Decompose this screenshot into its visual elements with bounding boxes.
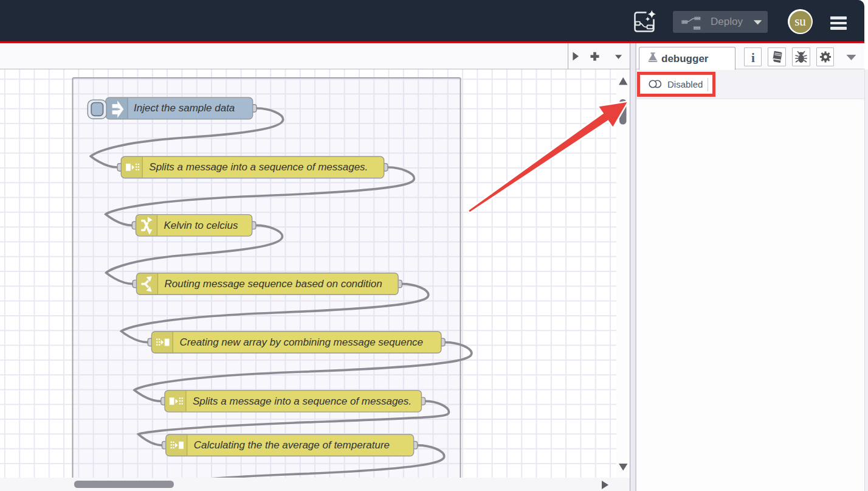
svg-text:i: i bbox=[751, 50, 755, 64]
